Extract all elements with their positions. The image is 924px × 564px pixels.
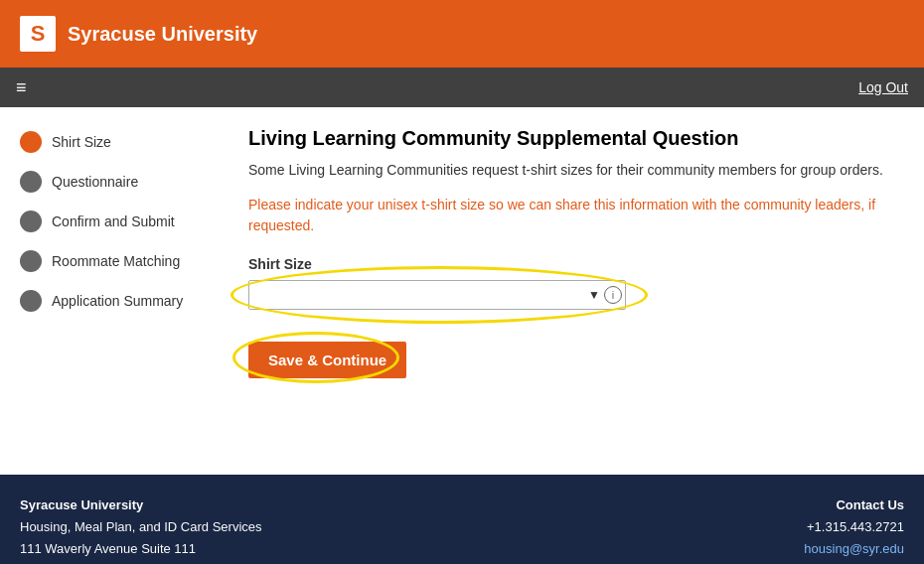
footer-address-line3: Syracuse, NY 13244 bbox=[20, 560, 262, 564]
hamburger-icon[interactable]: ≡ bbox=[16, 77, 27, 98]
sidebar-item-shirt-size[interactable]: Shirt Size bbox=[20, 131, 219, 153]
footer-email-link[interactable]: housing@syr.edu bbox=[804, 541, 904, 556]
sidebar-label-application-summary: Application Summary bbox=[52, 293, 183, 309]
sidebar-item-roommate-matching[interactable]: Roommate Matching bbox=[20, 250, 219, 272]
footer-address-line2: 111 Waverly Avenue Suite 111 bbox=[20, 538, 262, 560]
footer-address-line1: Housing, Meal Plan, and ID Card Services bbox=[20, 516, 262, 538]
page-title: Living Learning Community Supplemental Q… bbox=[248, 127, 894, 150]
sidebar-dot-questionnaire bbox=[20, 171, 42, 193]
footer-university-name: Syracuse University bbox=[20, 494, 262, 516]
logout-link[interactable]: Log Out bbox=[858, 79, 908, 95]
main-container: Shirt Size Questionnaire Confirm and Sub… bbox=[0, 107, 924, 465]
shirt-size-select[interactable]: XS S M L XL XXL bbox=[248, 280, 626, 310]
sidebar: Shirt Size Questionnaire Confirm and Sub… bbox=[20, 127, 219, 445]
content-description: Some Living Learning Communities request… bbox=[248, 160, 894, 181]
sidebar-item-confirm-submit[interactable]: Confirm and Submit bbox=[20, 211, 219, 232]
footer-right: Contact Us +1.315.443.2721 housing@syr.e… bbox=[755, 494, 904, 564]
sidebar-label-shirt-size: Shirt Size bbox=[52, 134, 111, 150]
sidebar-label-questionnaire: Questionnaire bbox=[52, 174, 138, 190]
save-button-area: Save & Continue bbox=[248, 342, 406, 378]
sidebar-item-application-summary[interactable]: Application Summary bbox=[20, 290, 219, 312]
sidebar-label-confirm-submit: Confirm and Submit bbox=[52, 213, 175, 229]
save-continue-button[interactable]: Save & Continue bbox=[248, 342, 406, 378]
sidebar-item-questionnaire[interactable]: Questionnaire bbox=[20, 171, 219, 193]
footer-left: Syracuse University Housing, Meal Plan, … bbox=[20, 494, 262, 564]
sidebar-dot-confirm-submit bbox=[20, 211, 42, 232]
sidebar-label-roommate-matching: Roommate Matching bbox=[52, 253, 180, 269]
shirt-size-label: Shirt Size bbox=[248, 256, 894, 272]
page-header: S Syracuse University bbox=[0, 0, 924, 68]
university-logo: S bbox=[20, 16, 56, 52]
content-area: Living Learning Community Supplemental Q… bbox=[238, 127, 904, 445]
university-name: Syracuse University bbox=[68, 23, 257, 46]
shirt-size-field-container: XS S M L XL XXL ▼ i bbox=[248, 280, 894, 310]
page-footer: Syracuse University Housing, Meal Plan, … bbox=[0, 475, 924, 564]
sidebar-dot-application-summary bbox=[20, 290, 42, 312]
footer-phone: +1.315.443.2721 bbox=[755, 516, 904, 538]
info-icon[interactable]: i bbox=[604, 286, 622, 304]
navbar: ≡ Log Out bbox=[0, 68, 924, 107]
sidebar-dot-shirt-size bbox=[20, 131, 42, 153]
shirt-size-dropdown-wrapper: XS S M L XL XXL ▼ i bbox=[248, 280, 626, 310]
footer-contact-heading: Contact Us bbox=[755, 494, 904, 516]
sidebar-dot-roommate-matching bbox=[20, 250, 42, 272]
content-note: Please indicate your unisex t-shirt size… bbox=[248, 195, 894, 236]
